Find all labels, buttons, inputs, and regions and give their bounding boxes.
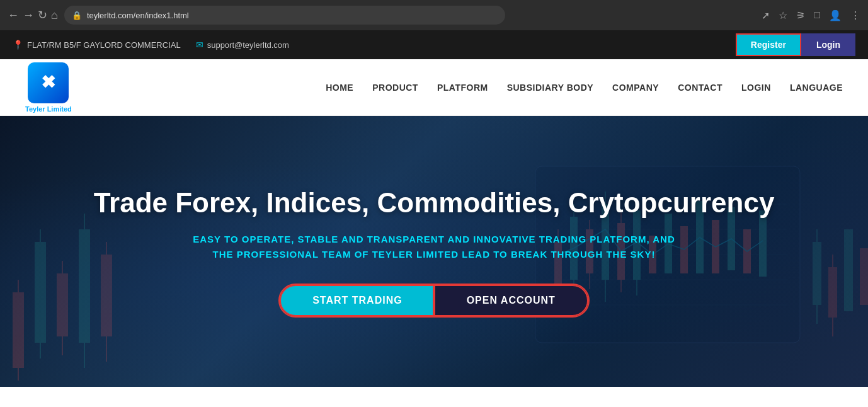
register-button[interactable]: Register — [736, 33, 801, 56]
nav-login[interactable]: LOGIN — [741, 83, 771, 93]
hero-content: Trade Forex, Indices, Commodities, Cryto… — [0, 116, 868, 387]
logo-text: Teyler Limited — [25, 105, 72, 113]
logo[interactable]: ✖ Teyler Limited — [25, 62, 72, 113]
nav-platform[interactable]: PLATFORM — [437, 83, 488, 93]
nav-links: HOME PRODUCT PLATFORM SUBSIDIARY BODY CO… — [326, 83, 843, 93]
email-text: support@teylerltd.com — [207, 40, 289, 50]
logo-box: ✖ — [28, 62, 69, 103]
email-icon: ✉ — [196, 40, 203, 50]
lock-icon: 🔒 — [72, 11, 82, 20]
forward-button[interactable]: → — [23, 9, 34, 21]
login-button[interactable]: Login — [801, 33, 855, 56]
back-button[interactable]: ← — [8, 9, 19, 21]
logo-icon: ✖ — [41, 74, 55, 91]
window-icon[interactable]: □ — [814, 9, 820, 21]
hero-subtitle: EASY TO OPERATE, STABLE AND TRANSPARENT … — [182, 232, 686, 262]
nav-language[interactable]: LANGUAGE — [790, 83, 843, 93]
home-button[interactable]: ⌂ — [51, 9, 58, 21]
nav-product[interactable]: PRODUCT — [372, 83, 418, 93]
address-bar[interactable]: 🔒 teylerltd.com/en/index1.html — [64, 6, 505, 25]
hero-section: Trade Forex, Indices, Commodities, Cryto… — [0, 116, 868, 387]
browser-nav-buttons: ← → ↻ ⌂ — [8, 9, 58, 21]
browser-actions: ➚ ☆ ⚞ □ 👤 ⋮ — [762, 9, 860, 21]
profile-icon[interactable]: 👤 — [829, 9, 842, 21]
extensions-icon[interactable]: ⚞ — [796, 9, 805, 21]
nav-subsidiary[interactable]: SUBSIDIARY BODY — [507, 83, 593, 93]
start-trading-button[interactable]: START TRADING — [280, 285, 435, 316]
url-text: teylerltd.com/en/index1.html — [87, 11, 189, 20]
top-bar-right: Register Login — [736, 33, 855, 56]
top-bar-left: 📍 FLAT/RM B5/F GAYLORD COMMERCIAL ✉ supp… — [13, 40, 736, 50]
share-icon[interactable]: ➚ — [762, 9, 770, 21]
hero-title: Trade Forex, Indices, Commodities, Cryto… — [94, 186, 775, 220]
nav-home[interactable]: HOME — [326, 83, 353, 93]
address-text: FLAT/RM B5/F GAYLORD COMMERCIAL — [27, 40, 181, 50]
browser-chrome: ← → ↻ ⌂ 🔒 teylerltd.com/en/index1.html ➚… — [0, 0, 868, 30]
open-account-button[interactable]: OPEN ACCOUNT — [434, 285, 588, 316]
location-icon: 📍 — [13, 40, 23, 50]
nav-company[interactable]: COMPANY — [612, 83, 659, 93]
bookmark-icon[interactable]: ☆ — [779, 9, 787, 21]
navbar: ✖ Teyler Limited HOME PRODUCT PLATFORM S… — [0, 59, 868, 116]
nav-contact[interactable]: CONTACT — [678, 83, 722, 93]
top-bar: 📍 FLAT/RM B5/F GAYLORD COMMERCIAL ✉ supp… — [0, 30, 868, 59]
address-info: 📍 FLAT/RM B5/F GAYLORD COMMERCIAL — [13, 40, 181, 50]
menu-icon[interactable]: ⋮ — [850, 9, 860, 21]
hero-buttons: START TRADING OPEN ACCOUNT — [280, 285, 588, 316]
reload-button[interactable]: ↻ — [38, 9, 47, 21]
email-info: ✉ support@teylerltd.com — [196, 40, 289, 50]
